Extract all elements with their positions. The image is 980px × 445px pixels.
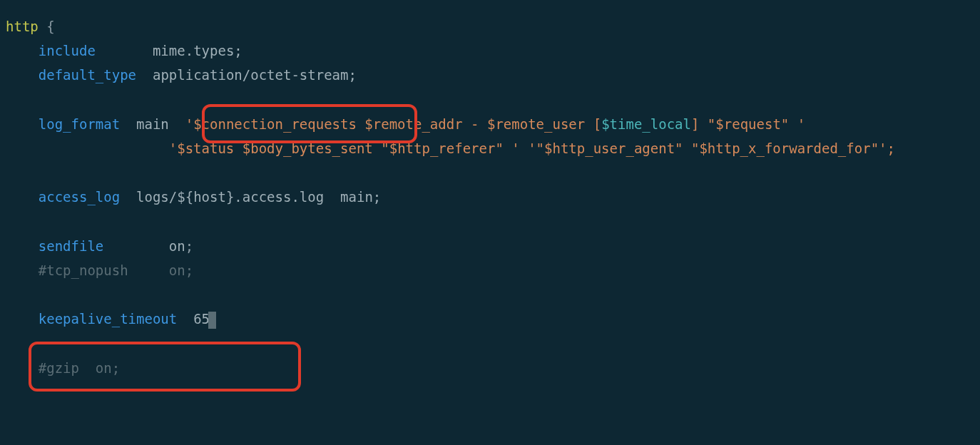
logformat-main: main	[120, 116, 185, 132]
value-mime: mime	[153, 43, 185, 58]
directive-log-format: log_format	[39, 116, 120, 132]
var-host: host	[193, 189, 226, 205]
value-types: .types;	[185, 43, 243, 58]
code-block: http { include mime.types; default_type …	[6, 14, 974, 380]
value-app-octet: application/octet-stream;	[153, 67, 357, 83]
var-remote-addr: $remote_addr	[364, 116, 462, 132]
comment-tcp-nopush: #tcp_nopush on;	[39, 262, 193, 278]
var-connection-requests: $connection_requests	[193, 116, 357, 132]
comment-gzip: #gzip on;	[39, 360, 120, 376]
var-time-local: $time_local	[601, 116, 691, 132]
directive-access-log: access_log	[39, 189, 120, 205]
var-remote-user: $remote_user	[487, 116, 585, 132]
directive-default-type: default_type	[39, 67, 136, 83]
directive-include: include	[39, 43, 96, 58]
cursor	[208, 312, 216, 329]
value-65: 65	[193, 311, 210, 327]
value-on: on	[169, 238, 185, 254]
directive-sendfile: sendfile	[39, 238, 104, 254]
var-body-bytes-sent: $body_bytes_sent	[243, 140, 373, 156]
brace-open: {	[39, 19, 55, 34]
var-http-user-agent: $http_user_agent	[544, 140, 675, 156]
string-quote: '	[185, 116, 193, 132]
var-request: $request	[715, 116, 781, 132]
logs-path: logs/	[136, 189, 177, 205]
var-status: $status	[177, 140, 234, 156]
var-http-referer: $http_referer	[389, 140, 496, 156]
keyword-http: http	[6, 19, 39, 34]
directive-keepalive-timeout: keepalive_timeout	[39, 311, 177, 327]
var-http-x-forwarded-for: $http_x_forwarded_for	[699, 140, 870, 156]
